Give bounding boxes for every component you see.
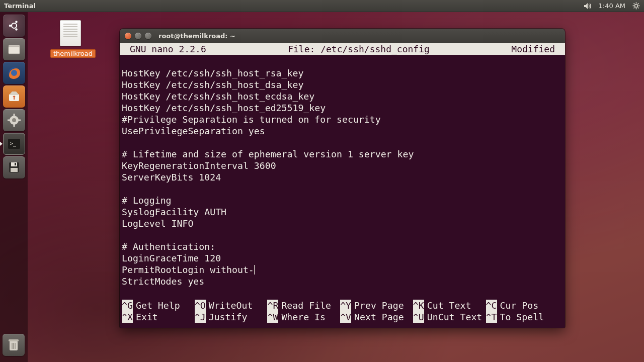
- shortcut-key: ^U: [413, 311, 424, 323]
- nano-header-bar: GNU nano 2.2.6 File: /etc/ssh/sshd_confi…: [120, 43, 565, 55]
- nano-line: HostKey /etc/ssh/ssh_host_dsa_key: [120, 79, 565, 90]
- svg-point-17: [11, 70, 17, 76]
- svg-point-11: [15, 21, 17, 23]
- nano-line: PermitRootLogin without-: [120, 264, 565, 276]
- window-titlebar[interactable]: root@themilkroad: ~: [120, 29, 565, 43]
- svg-rect-24: [18, 120, 21, 121]
- nano-shortcut: ^RRead File: [267, 300, 340, 311]
- window-maximize-button[interactable]: [145, 33, 151, 39]
- nano-shortcut-bar: ^GGet Help^OWriteOut^RRead File^YPrev Pa…: [120, 300, 565, 323]
- svg-rect-30: [15, 163, 16, 165]
- nano-shortcut: ^UUnCut Text: [413, 311, 486, 323]
- nano-shortcut: ^YPrev Page: [340, 300, 413, 311]
- nano-shortcut: ^VNext Page: [340, 311, 413, 323]
- shortcut-key: ^Y: [340, 300, 351, 311]
- active-app-label: Terminal: [4, 2, 36, 10]
- nano-line: KeyRegenerationInterval 3600: [120, 160, 565, 171]
- shortcut-label: Cur Pos: [500, 300, 539, 311]
- nano-text-area[interactable]: HostKey /etc/ssh/ssh_host_rsa_keyHostKey…: [120, 55, 565, 287]
- svg-point-12: [15, 28, 17, 30]
- launcher-firefox[interactable]: [3, 62, 25, 84]
- desktop-file-label: themilkroad: [50, 49, 96, 58]
- shortcut-label: Get Help: [136, 300, 180, 311]
- svg-line-7: [638, 4, 639, 5]
- svg-point-0: [635, 5, 638, 8]
- window-close-button[interactable]: [125, 33, 131, 39]
- nano-shortcut: ^KCut Text: [413, 300, 486, 311]
- shortcut-label: UnCut Text: [427, 311, 482, 323]
- nano-line: [120, 229, 565, 241]
- launcher-dash-home[interactable]: [3, 15, 25, 37]
- nano-line: [120, 183, 565, 195]
- shortcut-key: ^C: [486, 300, 497, 311]
- window-minimize-button[interactable]: [135, 33, 141, 39]
- shortcut-label: Justify: [209, 311, 248, 323]
- svg-rect-22: [13, 124, 15, 127]
- nano-line: StrictModes yes: [120, 276, 565, 287]
- shortcut-key: ^O: [195, 300, 206, 311]
- nano-line: # Logging: [120, 195, 565, 206]
- running-pip-icon: [0, 142, 3, 146]
- file-icon: [60, 20, 81, 46]
- svg-line-8: [634, 8, 635, 9]
- nano-shortcut: ^XExit: [122, 311, 195, 323]
- nano-version: GNU nano 2.2.6: [130, 44, 206, 54]
- sound-indicator-icon[interactable]: [584, 3, 592, 10]
- clock-label[interactable]: 1:40 AM: [599, 2, 625, 10]
- text-cursor: [254, 265, 255, 275]
- shortcut-label: Exit: [136, 311, 158, 323]
- shortcut-key: ^V: [340, 311, 351, 323]
- nano-line: HostKey /etc/ssh/ssh_host_ed25519_key: [120, 102, 565, 114]
- svg-point-10: [9, 25, 11, 27]
- svg-line-6: [638, 8, 639, 9]
- svg-line-5: [634, 4, 635, 5]
- shortcut-label: Next Page: [354, 311, 404, 323]
- nano-line: [120, 56, 565, 67]
- nano-line: HostKey /etc/ssh/ssh_host_ecdsa_key: [120, 90, 565, 102]
- shortcut-key: ^G: [122, 300, 133, 311]
- nano-line: # Authentication:: [120, 241, 565, 252]
- nano-shortcut: ^GGet Help: [122, 300, 195, 311]
- launcher-save-session[interactable]: [3, 156, 25, 178]
- nano-line: LogLevel INFO: [120, 218, 565, 229]
- launcher-files[interactable]: [3, 38, 25, 60]
- shortcut-label: Read File: [281, 300, 331, 311]
- session-gear-icon[interactable]: [632, 2, 640, 10]
- shortcut-label: Cut Text: [427, 300, 471, 311]
- launcher-ubuntu-software[interactable]: [3, 85, 25, 108]
- launcher-terminal[interactable]: >_: [3, 133, 25, 155]
- nano-shortcut: ^OWriteOut: [195, 300, 268, 311]
- svg-rect-21: [13, 114, 15, 116]
- shortcut-label: Where Is: [281, 311, 326, 323]
- desktop-file-icon[interactable]: themilkroad: [50, 20, 91, 58]
- shortcut-key: ^K: [413, 300, 424, 311]
- svg-text:>_: >_: [10, 141, 17, 147]
- nano-line: HostKey /etc/ssh/ssh_host_rsa_key: [120, 67, 565, 79]
- shortcut-key: ^J: [195, 311, 206, 323]
- svg-rect-29: [11, 168, 18, 172]
- nano-shortcut: ^CCur Pos: [486, 300, 559, 311]
- shortcut-label: Prev Page: [354, 300, 404, 311]
- terminal-window[interactable]: root@themilkroad: ~ GNU nano 2.2.6 File:…: [120, 29, 565, 328]
- nano-line: # Lifetime and size of ephemeral version…: [120, 148, 565, 160]
- unity-launcher: >_: [0, 12, 28, 362]
- svg-point-9: [12, 23, 17, 28]
- top-panel: Terminal 1:40 AM: [0, 0, 644, 12]
- svg-rect-14: [9, 47, 20, 54]
- nano-line: LoginGraceTime 120: [120, 252, 565, 264]
- shortcut-label: WriteOut: [209, 300, 253, 311]
- nano-editor[interactable]: GNU nano 2.2.6 File: /etc/ssh/sshd_confi…: [120, 43, 565, 287]
- svg-rect-23: [8, 120, 10, 121]
- nano-line: ServerKeyBits 1024: [120, 171, 565, 183]
- nano-shortcut: ^JJustify: [195, 311, 268, 323]
- svg-rect-32: [9, 339, 19, 341]
- launcher-system-settings[interactable]: [3, 109, 25, 131]
- nano-line: #Privilege Separation is turned on for s…: [120, 114, 565, 125]
- launcher-trash[interactable]: [3, 334, 25, 356]
- nano-line: SyslogFacility AUTH: [120, 206, 565, 218]
- shortcut-key: ^W: [267, 311, 278, 323]
- window-title: root@themilkroad: ~: [158, 32, 235, 40]
- nano-line: UsePrivilegeSeparation yes: [120, 125, 565, 137]
- shortcut-key: ^X: [122, 311, 133, 323]
- nano-status: Modified: [511, 44, 555, 54]
